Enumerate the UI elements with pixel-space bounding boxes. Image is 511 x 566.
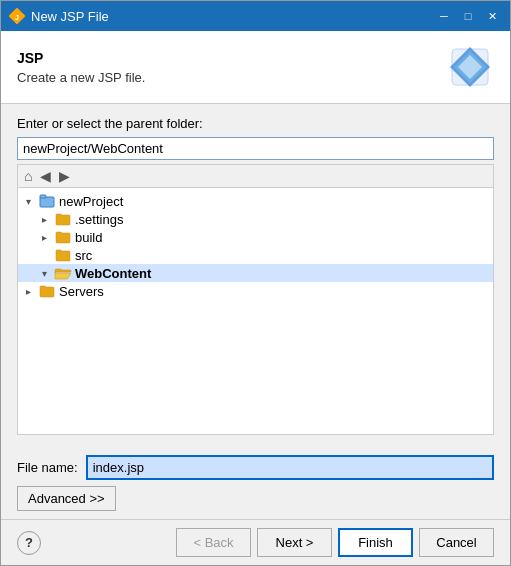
window: J New JSP File ─ □ ✕ JSP Create a new JS… (0, 0, 511, 566)
back-button[interactable]: < Back (176, 528, 251, 557)
dialog-footer: ? < Back Next > Finish Cancel (1, 519, 510, 565)
footer-buttons: < Back Next > Finish Cancel (176, 528, 494, 557)
cancel-button[interactable]: Cancel (419, 528, 494, 557)
tree-item-label: build (75, 230, 102, 245)
folder-icon (54, 211, 72, 227)
list-item[interactable]: ▸ Servers (18, 282, 493, 300)
expand-arrow: ▸ (26, 286, 38, 297)
title-bar: J New JSP File ─ □ ✕ (1, 1, 510, 31)
tree-item-label: newProject (59, 194, 123, 209)
forward-nav-button[interactable]: ▶ (57, 167, 72, 185)
folder-icon (54, 247, 72, 263)
expand-arrow: ▸ (42, 232, 54, 243)
main-section: Enter or select the parent folder: ⌂ ◀ ▶… (1, 104, 510, 447)
advanced-button[interactable]: Advanced >> (17, 486, 116, 511)
tree-toolbar: ⌂ ◀ ▶ (17, 164, 494, 187)
header-icon (446, 43, 494, 91)
back-nav-button[interactable]: ◀ (38, 167, 53, 185)
list-item[interactable]: ▸ build (18, 228, 493, 246)
tree-container[interactable]: ▾ newProject ▸ .settings (17, 187, 494, 435)
folder-open-icon (54, 265, 72, 281)
window-title: New JSP File (31, 9, 434, 24)
list-item[interactable]: ▾ newProject (18, 192, 493, 210)
tree-item-label: src (75, 248, 92, 263)
parent-folder-input[interactable] (17, 137, 494, 160)
tree-item-label: WebContent (75, 266, 151, 281)
svg-rect-7 (40, 195, 46, 198)
tree-item-label: .settings (75, 212, 123, 227)
window-icon: J (9, 8, 25, 24)
folder-label: Enter or select the parent folder: (17, 116, 494, 131)
list-item[interactable]: ▸ .settings (18, 210, 493, 228)
filename-row: File name: (17, 455, 494, 480)
svg-text:J: J (15, 14, 19, 21)
list-item[interactable]: ▾ WebContent (18, 264, 493, 282)
tree-item-label: Servers (59, 284, 104, 299)
header-title: JSP (17, 50, 145, 66)
header-section: JSP Create a new JSP file. (1, 31, 510, 104)
list-item[interactable]: ▸ src (18, 246, 493, 264)
help-button[interactable]: ? (17, 531, 41, 555)
expand-arrow: ▾ (26, 196, 38, 207)
close-button[interactable]: ✕ (482, 6, 502, 26)
expand-arrow: ▸ (42, 214, 54, 225)
header-text: JSP Create a new JSP file. (17, 50, 145, 85)
bottom-section: File name: Advanced >> (1, 447, 510, 519)
folder-icon (38, 283, 56, 299)
folder-icon (54, 229, 72, 245)
finish-button[interactable]: Finish (338, 528, 413, 557)
filename-input[interactable] (86, 455, 494, 480)
home-button[interactable]: ⌂ (22, 167, 34, 185)
title-bar-controls: ─ □ ✕ (434, 6, 502, 26)
next-button[interactable]: Next > (257, 528, 332, 557)
header-subtitle: Create a new JSP file. (17, 70, 145, 85)
project-icon (38, 193, 56, 209)
minimize-button[interactable]: ─ (434, 6, 454, 26)
filename-label: File name: (17, 460, 78, 475)
expand-arrow: ▾ (42, 268, 54, 279)
maximize-button[interactable]: □ (458, 6, 478, 26)
